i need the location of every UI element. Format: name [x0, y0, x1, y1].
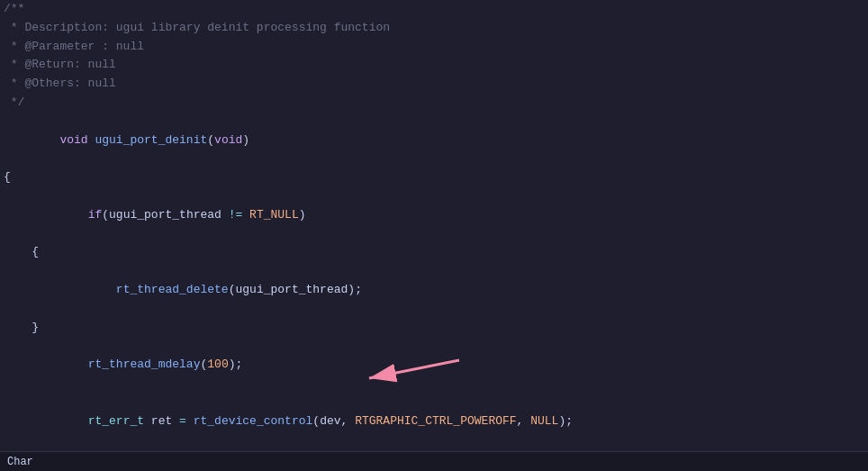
code-line-9: if(ugui_port_thread != RT_NULL)	[0, 187, 868, 243]
code-content: /** * Description: ugui library deinit p…	[0, 0, 868, 471]
code-line-4: * @Return: null	[0, 56, 868, 75]
code-editor: /** * Description: ugui library deinit p…	[0, 0, 868, 471]
status-bar: Char	[0, 451, 868, 471]
code-line-10: {	[0, 243, 868, 262]
code-line-2: * Description: ugui library deinit proce…	[0, 19, 868, 38]
char-label: Char	[7, 456, 33, 468]
code-line-14: rt_err_t ret = rt_device_control(dev, RT…	[0, 394, 868, 449]
code-line-6: */	[0, 94, 868, 113]
code-line-11: rt_thread_delete(ugui_port_thread);	[0, 262, 868, 318]
code-line-1: /**	[0, 0, 868, 19]
code-line-8: {	[0, 168, 868, 187]
code-line-5: * @Others: null	[0, 75, 868, 94]
code-line-3: * @Parameter : null	[0, 38, 868, 57]
code-line-12: }	[0, 319, 868, 338]
code-line-7: void ugui_port_deinit(void)	[0, 113, 868, 168]
code-line-13: rt_thread_mdelay(100);	[0, 337, 868, 393]
